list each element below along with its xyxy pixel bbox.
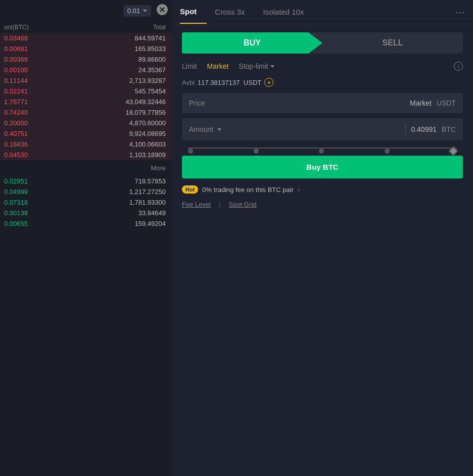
sell-order-row[interactable]: 0.111442,713.93287 bbox=[0, 75, 172, 86]
sell-button[interactable]: SELL bbox=[322, 32, 463, 54]
add-funds-icon[interactable]: + bbox=[264, 78, 273, 87]
tab-isolated-10x[interactable]: Isolated 10x bbox=[263, 1, 314, 23]
hot-badge: Hot bbox=[182, 185, 198, 194]
fee-level-link[interactable]: Fee Level bbox=[182, 201, 211, 208]
sell-total: 545.75454 bbox=[85, 87, 166, 95]
price-dropdown-arrow bbox=[143, 10, 147, 12]
sell-order-row[interactable]: 0.02241545.75454 bbox=[0, 86, 172, 97]
sell-total: 165.85033 bbox=[85, 45, 166, 53]
hot-row[interactable]: Hot 0% trading fee on this BTC pair › bbox=[182, 185, 463, 194]
buy-total: 1,217.27250 bbox=[85, 188, 166, 196]
col-amount-header: unt(BTC) bbox=[4, 24, 85, 31]
sell-total: 1,103.18909 bbox=[85, 151, 166, 159]
link-separator: | bbox=[219, 201, 220, 208]
orderbook-panel: 0.01 ⋮ unt(BTC) Total 0.03468844.597410.… bbox=[0, 0, 172, 476]
col-total-header: Total bbox=[85, 24, 166, 31]
sell-order-row[interactable]: 0.00681165.85033 bbox=[0, 43, 172, 54]
buy-orders: 0.02951718.578530.049991,217.272500.0731… bbox=[0, 176, 172, 229]
amount-field[interactable]: Amount 0.40991 BTC bbox=[182, 118, 463, 140]
buy-amount: 0.07318 bbox=[4, 199, 85, 206]
buy-order-row[interactable]: 0.02951718.57853 bbox=[0, 176, 172, 186]
buy-sell-toggle: BUY SELL bbox=[182, 32, 463, 54]
sell-amount: 0.00369 bbox=[4, 56, 85, 63]
sell-order-row[interactable]: 0.0010024.35367 bbox=[0, 65, 172, 75]
more-label[interactable]: More bbox=[0, 160, 172, 176]
amount-divider bbox=[405, 124, 406, 134]
sell-order-row[interactable]: 1.7677143,049.32446 bbox=[0, 97, 172, 107]
tab-cross-3x[interactable]: Cross 3x bbox=[215, 1, 255, 23]
sell-amount: 0.00100 bbox=[4, 66, 85, 74]
hot-arrow: › bbox=[298, 186, 300, 194]
slider-dot-25[interactable] bbox=[254, 149, 259, 154]
sell-amount: 0.16836 bbox=[4, 140, 85, 148]
sell-amount: 0.04530 bbox=[4, 151, 85, 159]
price-currency: USDT bbox=[437, 99, 456, 107]
sell-total: 89.86600 bbox=[85, 56, 166, 63]
price-value-market: Market bbox=[410, 99, 432, 107]
slider-dots bbox=[188, 148, 457, 155]
sell-total: 4,100.06603 bbox=[85, 140, 166, 148]
amount-slider[interactable] bbox=[182, 148, 463, 149]
sell-order-row[interactable]: 0.7424018,079.77856 bbox=[0, 107, 172, 118]
amount-dropdown-arrow bbox=[217, 128, 221, 131]
table-header: unt(BTC) Total bbox=[0, 22, 172, 33]
price-selector[interactable]: 0.01 bbox=[123, 5, 151, 17]
sell-order-row[interactable]: 0.200004,870.60000 bbox=[0, 118, 172, 128]
order-type-market[interactable]: Market bbox=[207, 62, 229, 70]
sell-amount: 0.11144 bbox=[4, 77, 85, 84]
sell-order-row[interactable]: 0.407519,924.08695 bbox=[0, 128, 172, 139]
sell-order-row[interactable]: 0.045301,103.18909 bbox=[0, 150, 172, 160]
price-value: 0.01 bbox=[127, 7, 140, 15]
sell-amount: 1.76771 bbox=[4, 98, 85, 106]
close-button[interactable] bbox=[157, 4, 168, 15]
price-right: Market USDT bbox=[410, 99, 456, 107]
sell-amount: 0.03468 bbox=[4, 34, 85, 42]
sell-total: 9,924.08695 bbox=[85, 130, 166, 137]
sell-amount: 0.40751 bbox=[4, 130, 85, 137]
buy-button[interactable]: BUY bbox=[182, 32, 322, 54]
avbl-label: Avbl bbox=[182, 79, 195, 86]
order-type-limit[interactable]: Limit bbox=[182, 62, 197, 70]
slider-dot-50[interactable] bbox=[319, 149, 324, 154]
sell-orders: 0.03468844.597410.00681165.850330.003698… bbox=[0, 33, 172, 160]
amount-value: 0.40991 bbox=[411, 125, 437, 133]
amount-right: 0.40991 BTC bbox=[405, 124, 456, 134]
spot-grid-link[interactable]: Spot Grid bbox=[228, 201, 256, 208]
sell-total: 18,079.77856 bbox=[85, 109, 166, 116]
trading-area: BUY SELL LimitMarketStop-limit i Avbl 11… bbox=[172, 24, 473, 476]
order-type-stoplimit[interactable]: Stop-limit bbox=[239, 62, 274, 70]
amount-label: Amount bbox=[189, 125, 213, 133]
sell-total: 844.59741 bbox=[85, 34, 166, 42]
buy-order-row[interactable]: 0.049991,217.27250 bbox=[0, 186, 172, 197]
sell-total: 4,870.60000 bbox=[85, 119, 166, 127]
info-icon[interactable]: i bbox=[454, 62, 463, 71]
more-options-right[interactable]: ⋯ bbox=[455, 6, 465, 18]
buy-action-button[interactable]: Buy BTC bbox=[182, 156, 463, 178]
buy-total: 33.84649 bbox=[85, 209, 166, 217]
sell-total: 24.35367 bbox=[85, 66, 166, 74]
buy-total: 1,781.93300 bbox=[85, 199, 166, 206]
buy-order-row[interactable]: 0.073181,781.93300 bbox=[0, 197, 172, 208]
sell-order-row[interactable]: 0.0036989.86600 bbox=[0, 54, 172, 65]
buy-order-row[interactable]: 0.0013933.84649 bbox=[0, 208, 172, 218]
trading-tabs-bar: SpotCross 3xIsolated 10x⋯ bbox=[172, 0, 473, 24]
sell-order-row[interactable]: 0.03468844.59741 bbox=[0, 33, 172, 43]
slider-dot-0[interactable] bbox=[188, 149, 193, 154]
buy-total: 159.49204 bbox=[85, 220, 166, 227]
buy-amount: 0.00139 bbox=[4, 209, 85, 217]
sell-total: 2,713.93287 bbox=[85, 77, 166, 84]
price-field: Price Market USDT bbox=[182, 93, 463, 113]
tab-spot[interactable]: Spot bbox=[180, 0, 207, 24]
sell-amount: 0.00681 bbox=[4, 45, 85, 53]
orderbook-header: 0.01 ⋮ bbox=[0, 0, 172, 22]
slider-dot-75[interactable] bbox=[385, 149, 390, 154]
sell-amount: 0.20000 bbox=[4, 119, 85, 127]
slider-track bbox=[188, 148, 457, 149]
slider-dot-100[interactable] bbox=[448, 146, 458, 156]
buy-amount: 0.02951 bbox=[4, 177, 85, 185]
trading-panel: SpotCross 3xIsolated 10x⋯ BUY SELL Limit… bbox=[172, 0, 473, 476]
bottom-links: Fee Level | Spot Grid bbox=[182, 201, 463, 208]
buy-order-row[interactable]: 0.00655159.49204 bbox=[0, 218, 172, 229]
buy-amount: 0.04999 bbox=[4, 188, 85, 196]
sell-order-row[interactable]: 0.168364,100.06603 bbox=[0, 139, 172, 150]
